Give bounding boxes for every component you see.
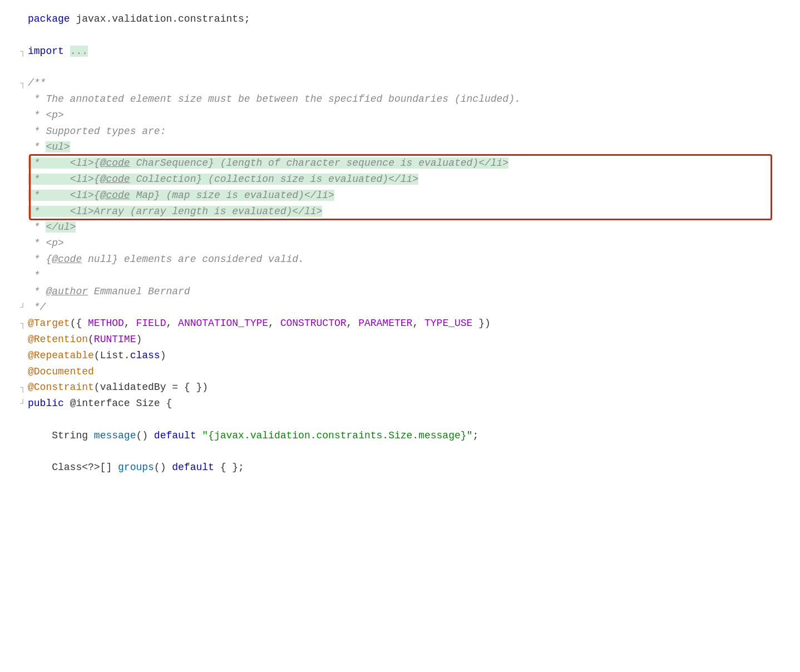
code-container: package javax.validation.constraints; ┐ … — [17, 11, 783, 476]
code-line-3: ┐ import ... — [17, 43, 783, 60]
code-line-4 — [17, 59, 783, 75]
code-line-15: * <p> — [17, 235, 783, 251]
code-line-29: Class<?>[] groups() default { }; — [17, 459, 783, 476]
comment-line-10: * <li>{@code CharSequence} (length of ch… — [28, 157, 508, 169]
method-groups: groups — [118, 462, 154, 473]
line-content-11: * <li>{@code Collection} (collection siz… — [28, 171, 783, 187]
line-content-23: @Documented — [28, 364, 783, 380]
class-name-size: Size { — [136, 398, 172, 409]
line-content-15: * <p> — [28, 235, 783, 251]
code-line-2 — [17, 27, 783, 43]
code-line-6: * The annotated element size must be bet… — [17, 91, 783, 107]
comma1: , — [124, 318, 136, 329]
line-content-25: public @interface Size { — [28, 396, 783, 412]
parameter-const: PARAMETER — [358, 318, 412, 329]
code-line-11: * <li>{@code Collection} (collection siz… — [17, 171, 783, 187]
line-content-20: @Target({ METHOD, FIELD, ANNOTATION_TYPE… — [28, 315, 783, 332]
code-line-14: * </ul> — [17, 219, 783, 235]
line-content-9: * <ul> — [28, 139, 783, 155]
gutter-3: ┐ — [17, 45, 28, 60]
groups-parens: () — [154, 462, 172, 473]
runtime-const: RUNTIME — [94, 334, 136, 345]
comment-line-11: * <li>{@code Collection} (collection siz… — [28, 174, 418, 185]
comment-close: */ — [28, 302, 46, 313]
line-content-14: * </ul> — [28, 219, 783, 235]
constraint-params: (validatedBy = { }) — [94, 382, 208, 393]
line-content-8: * Supported types are: — [28, 123, 783, 140]
comment-line-13: * <li>Array (array length is evaluated)<… — [28, 206, 322, 217]
comment-line-12: * <li>{@code Map} (map size is evaluated… — [28, 190, 334, 201]
comment-line-8: * Supported types are: — [28, 126, 166, 137]
repeatable-close: ) — [160, 350, 166, 361]
line-content-27: String message() default "{javax.validat… — [28, 428, 783, 444]
code-line-16: * {@code null} elements are considered v… — [17, 251, 783, 268]
code-line-12: * <li>{@code Map} (map size is evaluated… — [17, 187, 783, 204]
class-array-type: Class<?>[] — [28, 462, 118, 473]
annotation-repeatable: @Repeatable — [28, 350, 94, 361]
field-const: FIELD — [136, 318, 166, 329]
comment-line-6: * The annotated element size must be bet… — [28, 93, 521, 105]
line-content-1: package javax.validation.constraints; — [28, 11, 783, 27]
import-ellipsis: ... — [70, 46, 88, 57]
comment-line-9: * <ul> — [28, 141, 70, 152]
line-content-12: * <li>{@code Map} (map size is evaluated… — [28, 187, 783, 204]
line-content-26 — [28, 412, 783, 428]
javadoc-open: /** — [28, 77, 46, 88]
target-close: }) — [472, 318, 490, 329]
comment-line-7: * <p> — [28, 110, 64, 121]
code-line-20: ┐ @Target({ METHOD, FIELD, ANNOTATION_TY… — [17, 315, 783, 332]
groups-default-value: { }; — [220, 462, 244, 473]
line-content-4 — [28, 59, 783, 75]
comment-line-16: * {@code null} elements are considered v… — [28, 254, 304, 265]
line-content-19: */ — [28, 299, 783, 315]
line-content-24: @Constraint(validatedBy = { }) — [28, 379, 783, 396]
code-line-5: ┐ /** — [17, 75, 783, 91]
code-line-28 — [17, 444, 783, 460]
comment-line-15: * <p> — [28, 238, 64, 249]
code-line-27: String message() default "{javax.validat… — [17, 428, 783, 444]
keyword-default-2: default — [172, 462, 220, 473]
line-content-29: Class<?>[] groups() default { }; — [28, 459, 783, 476]
comment-line-14: * </ul> — [28, 221, 76, 233]
string-type: String — [28, 430, 94, 441]
line-content-22: @Repeatable(List.class) — [28, 348, 783, 364]
gutter-20: ┐ — [17, 317, 28, 332]
annotation-documented: @Documented — [28, 366, 94, 377]
annotation-type-const: ANNOTATION_TYPE — [178, 318, 268, 329]
code-line-17: * — [17, 268, 783, 284]
gutter-5: ┐ — [17, 77, 28, 91]
code-line-8: * Supported types are: — [17, 123, 783, 140]
code-line-1: package javax.validation.constraints; — [17, 11, 783, 27]
retention-close: ) — [136, 334, 142, 345]
gutter-24: ┐ — [17, 381, 28, 396]
message-parens: () — [136, 430, 154, 441]
code-line-21: @Retention(RUNTIME) — [17, 332, 783, 348]
annotation-retention: @Retention — [28, 334, 88, 345]
code-line-13: * <li>Array (array length is evaluated)<… — [17, 204, 783, 220]
line-content-5: /** — [28, 75, 783, 91]
line-content-6: * The annotated element size must be bet… — [28, 91, 783, 107]
comma5: , — [412, 318, 424, 329]
gutter-19: ┘ — [17, 301, 28, 315]
line-content-13: * <li>Array (array length is evaluated)<… — [28, 204, 783, 220]
line-content-28 — [28, 444, 783, 460]
semicolon-1: ; — [472, 430, 478, 441]
code-line-18: * @author Emmanuel Bernard — [17, 284, 783, 300]
line-content-18: * @author Emmanuel Bernard — [28, 284, 783, 300]
line-content-2 — [28, 27, 783, 43]
keyword-public: public — [28, 398, 70, 409]
constructor-const: CONSTRUCTOR — [280, 318, 347, 329]
type-use-const: TYPE_USE — [424, 318, 472, 329]
retention-open: ( — [88, 334, 94, 345]
keyword-default: default — [154, 430, 202, 441]
code-line-19: ┘ */ — [17, 299, 783, 315]
code-line-7: * <p> — [17, 107, 783, 123]
line-content-7: * <p> — [28, 107, 783, 123]
keyword-package: package — [28, 13, 76, 24]
comma3: , — [268, 318, 280, 329]
annotation-target: @Target — [28, 318, 70, 329]
code-line-23: @Documented — [17, 364, 783, 380]
line-content-17: * — [28, 268, 783, 284]
gutter-25: ┘ — [17, 397, 28, 412]
line-content-10: * <li>{@code CharSequence} (length of ch… — [28, 155, 783, 171]
